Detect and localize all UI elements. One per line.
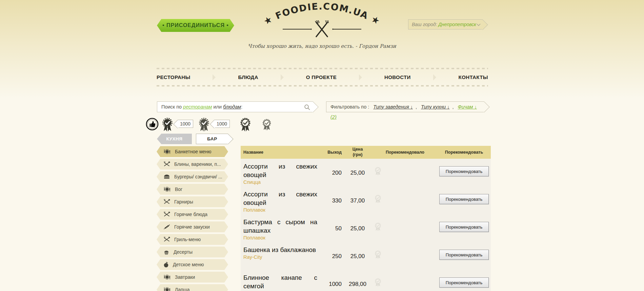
dish-restaurant[interactable]: Поплавок [241,235,319,240]
plate-icon [163,149,171,154]
ghost-medal-icon [374,167,382,176]
recommend-cell: Порекомендовать [437,217,491,242]
dish-cell: Ассорти из свежих овощей Поплавок [241,189,319,214]
nav-item-dishes[interactable]: БЛЮДА [238,74,258,80]
dish-name[interactable]: Ассорти из свежих овощей [241,189,319,207]
nav-separator-icon [213,74,216,80]
nav-item-contacts[interactable]: КОНТАКТЫ [459,74,488,80]
search-dishes-link[interactable]: блюдам [223,104,241,110]
sidebar-item-hot-snacks[interactable]: Горячие закуски [157,221,228,232]
badge-count-value: 1000 [180,121,190,127]
dish-restaurant[interactable]: Поплавок [241,207,319,213]
apple-icon [163,261,169,268]
sidebar-item-hot-dishes[interactable]: Горячие блюда [157,209,228,220]
table-row: Башенка из баклажанов Ray-City 250 25,00… [241,242,491,270]
sidebar-item-banquet[interactable]: Банкетное меню [157,146,228,157]
dish-price: 25,00 [342,217,373,242]
search-colon: : [241,104,242,110]
header-price: Цена (грн) [342,147,373,157]
recommended-cell [373,245,437,270]
nav-item-about[interactable]: О ПРОЕКТЕ [306,74,337,80]
site-logo[interactable]: ★ FOODIE.COM.UA ★ [263,1,381,39]
sidebar-item-grill[interactable]: Гриль-меню [157,234,228,245]
nav-separator-icon [359,74,362,80]
sidebar-item-label: Десерты [174,249,193,255]
ghost-medal-icon [374,278,382,287]
sidebar-item-wok[interactable]: Вог [157,184,228,195]
tab-bar[interactable]: БАР [196,134,228,144]
sidebar-item-desserts[interactable]: Десерты [157,247,228,257]
dish-cell: Блинное канапе с семгой Ray-City [241,273,319,291]
dish-weight: 50 [319,217,342,242]
utensils-icon [163,199,170,205]
plate-icon [163,287,171,291]
sidebar-item-label: Бургеры/ сэндвичи/ ... [174,174,222,179]
nav-separator-icon [433,74,436,80]
filter-bar: Фильтровать по : Типу заведения ↓, Типу … [326,101,484,112]
badges-row: 1000 1000 [146,118,272,133]
filter-label: Фильтровать по : [330,104,369,110]
sidebar-item-label: Вог [175,187,182,192]
sidebar-item-breakfasts[interactable]: Завтраки [157,272,228,283]
badge-count-input[interactable]: 1000 [178,120,193,128]
category-sidebar: Банкетное меню Блины, вареники, п... Бур… [157,146,228,291]
search-prefix: Поиск по [161,104,182,110]
table-header-row: Название Выход Цена (грн) Порекомендовал… [241,146,491,159]
recommend-button[interactable]: Порекомендовать [439,194,489,204]
sidebar-item-garnish[interactable]: Гарниры [157,196,228,207]
recommend-button[interactable]: Порекомендовать [439,222,489,232]
cupcake-icon [163,249,169,255]
table-body: Ассорти из свежих овощей Спицца 200 25,0… [241,159,491,291]
filter-comma: , [416,104,417,110]
sidebar-item-kids-menu[interactable]: Детское меню [157,259,228,270]
recommend-cell: Порекомендовать [437,189,491,214]
medal-outline-badge-icon[interactable] [239,118,251,132]
search-input[interactable]: Поиск по ресторанам или блюдам: [157,101,313,112]
sidebar-item-label: Блины, вареники, п... [174,161,221,167]
sidebar-item-noodles[interactable]: Лапша [157,284,228,291]
sidebar-item-label: Лапша [175,287,190,291]
filter-venue-type[interactable]: Типу заведения ↓ [373,104,413,110]
badge-count-input[interactable]: 1000 [214,120,230,128]
recommended-cell [373,189,437,214]
dish-price: 25,00 [342,161,373,187]
filter-comma: , [452,104,454,110]
ghost-medal-icon [374,195,382,203]
medal-outline-badge-icon[interactable] [262,119,272,131]
dish-weight: 1000 [319,273,342,291]
header-price-line1: Цена [342,147,373,152]
recommend-cell: Порекомендовать [437,161,491,187]
city-selector[interactable]: Ваш город: Днепропетровск [408,19,483,30]
filter-cuisine-type[interactable]: Типу кухни ↓ [421,104,449,110]
sidebar-item-label: Гарниры [174,199,193,205]
ghost-medal-icon [374,250,382,259]
recommended-cell [373,273,437,291]
search-icon[interactable] [304,104,310,110]
recommend-button[interactable]: Порекомендовать [439,277,489,288]
dish-price: 25,00 [342,245,373,270]
dish-name[interactable]: Бастурма с сыром на шпашках [241,217,319,235]
dish-restaurant[interactable]: Спицца [241,179,319,185]
sidebar-item-pancakes[interactable]: Блины, вареники, п... [157,159,228,170]
medal-badge-icon[interactable] [198,118,210,132]
nav-item-news[interactable]: НОВОСТИ [384,74,411,80]
medal-badge-icon[interactable] [161,118,174,132]
thumbs-up-badge-icon[interactable] [146,118,159,131]
dish-restaurant[interactable]: Ray-City [241,254,319,260]
tagline: Чтобы хорошо жить, надо хорошо есть. - Г… [0,43,644,49]
join-button[interactable]: • ПРИСОЕДИНИТЬСЯ • [157,19,234,32]
recommend-button[interactable]: Порекомендовать [439,166,489,176]
dish-weight: 250 [319,245,342,270]
search-restaurants-link[interactable]: ресторанам [183,104,212,110]
city-label: Ваш город: [412,22,437,27]
sidebar-item-burgers[interactable]: Бургеры/ сэндвичи/ ... [157,171,228,182]
recommend-button[interactable]: Порекомендовать [439,250,489,260]
dish-price: 298,00 [342,273,373,291]
tab-kitchen[interactable]: КУХНЯ [157,134,192,144]
header-name: Название [241,150,319,155]
dish-name[interactable]: Башенка из баклажанов [241,245,319,254]
dishes-table: Название Выход Цена (грн) Порекомендовал… [241,146,491,291]
nav-item-restaurants[interactable]: РЕСТОРАНЫ [157,74,190,80]
dish-name[interactable]: Ассорти из свежих овощей [241,161,319,179]
dish-name[interactable]: Блинное канапе с семгой [241,273,319,290]
